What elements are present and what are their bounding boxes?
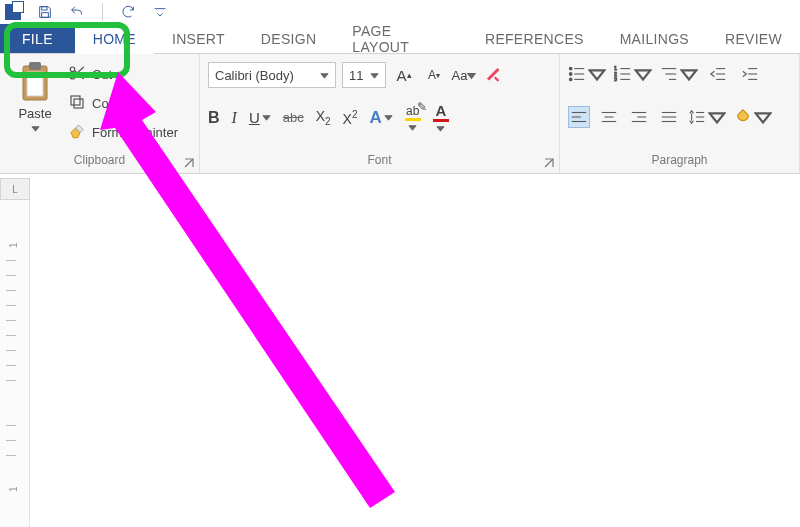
svg-marker-18 — [409, 125, 416, 130]
align-left-button[interactable] — [568, 106, 590, 128]
subscript-button[interactable]: X2 — [316, 108, 331, 127]
copy-icon — [68, 93, 86, 114]
text-effects-button[interactable]: A — [370, 108, 393, 128]
group-font: Calibri (Body) 11 A▴ A▾ Aa B I U abc — [200, 54, 560, 173]
numbering-button[interactable]: 123 — [614, 65, 652, 83]
svg-point-7 — [70, 67, 75, 72]
grow-font-icon[interactable]: A▴ — [392, 63, 416, 87]
decrease-indent-button[interactable] — [706, 62, 730, 86]
paste-label: Paste — [8, 106, 62, 121]
undo-icon[interactable] — [68, 3, 86, 21]
svg-rect-4 — [29, 62, 41, 70]
svg-marker-17 — [385, 116, 392, 121]
font-color-button[interactable]: A — [433, 102, 449, 133]
shrink-font-icon[interactable]: A▾ — [422, 63, 446, 87]
justify-button[interactable] — [658, 106, 680, 128]
tab-insert[interactable]: INSERT — [154, 24, 243, 53]
svg-marker-33 — [636, 70, 650, 79]
group-label-clipboard: Clipboard — [8, 151, 191, 171]
increase-indent-button[interactable] — [738, 62, 762, 86]
svg-rect-11 — [74, 99, 83, 108]
font-size-value: 11 — [349, 68, 363, 83]
clipboard-icon — [18, 62, 52, 102]
svg-marker-16 — [263, 116, 270, 121]
tab-home[interactable]: HOME — [75, 24, 154, 53]
svg-line-9 — [75, 71, 84, 79]
align-right-button[interactable] — [628, 106, 650, 128]
document-page[interactable] — [30, 200, 800, 527]
svg-marker-19 — [437, 127, 444, 132]
shading-button[interactable] — [734, 108, 772, 126]
clipboard-launcher-icon[interactable] — [183, 157, 195, 169]
align-center-button[interactable] — [598, 106, 620, 128]
ribbon-home: Paste Cut Copy Format Painter Clipboard — [0, 54, 800, 174]
scissors-icon — [68, 64, 86, 85]
svg-point-8 — [70, 75, 75, 80]
svg-point-22 — [569, 73, 572, 76]
format-painter-label: Format Painter — [92, 125, 178, 140]
svg-marker-15 — [468, 73, 475, 78]
group-label-paragraph: Paragraph — [568, 151, 791, 171]
ribbon-tabs: FILE HOME INSERT DESIGN PAGE LAYOUT REFE… — [0, 24, 800, 54]
bold-button[interactable]: B — [208, 109, 220, 127]
ruler-corner[interactable]: L — [0, 178, 30, 200]
copy-label: Copy — [92, 96, 122, 111]
svg-marker-26 — [590, 70, 604, 79]
italic-button[interactable]: I — [232, 109, 237, 127]
svg-text:3: 3 — [614, 76, 617, 82]
svg-rect-1 — [42, 13, 49, 18]
group-clipboard: Paste Cut Copy Format Painter Clipboard — [0, 54, 200, 173]
paste-dropdown-icon[interactable] — [31, 124, 40, 133]
paintbrush-icon — [68, 122, 86, 143]
svg-point-20 — [569, 67, 572, 70]
svg-point-24 — [569, 78, 572, 81]
copy-button[interactable]: Copy — [68, 93, 178, 114]
tab-file[interactable]: FILE — [0, 24, 75, 53]
cut-label: Cut — [92, 67, 112, 82]
svg-rect-0 — [42, 7, 47, 10]
tab-mailings[interactable]: MAILINGS — [602, 24, 707, 53]
clear-formatting-icon[interactable] — [482, 63, 506, 87]
svg-marker-60 — [756, 113, 770, 122]
line-spacing-button[interactable] — [688, 108, 726, 126]
tab-references[interactable]: REFERENCES — [467, 24, 602, 53]
tab-design[interactable]: DESIGN — [243, 24, 334, 53]
svg-marker-13 — [321, 73, 328, 78]
svg-marker-14 — [371, 73, 378, 78]
paste-button[interactable]: Paste — [8, 62, 62, 136]
svg-line-10 — [75, 67, 84, 75]
bullets-button[interactable] — [568, 65, 606, 83]
tab-page-layout[interactable]: PAGE LAYOUT — [334, 24, 467, 53]
chevron-down-icon — [320, 68, 329, 83]
font-launcher-icon[interactable] — [543, 157, 555, 169]
svg-rect-5 — [27, 72, 43, 96]
chevron-down-icon — [370, 68, 379, 83]
ruler-mark: 1 — [8, 486, 19, 492]
svg-marker-59 — [710, 113, 724, 122]
save-icon[interactable] — [36, 3, 54, 21]
quick-access-toolbar — [0, 0, 800, 24]
group-label-font: Font — [208, 151, 551, 171]
font-name-select[interactable]: Calibri (Body) — [208, 62, 336, 88]
customize-qat-icon[interactable] — [151, 3, 169, 21]
svg-rect-12 — [71, 96, 80, 105]
superscript-button[interactable]: X2 — [343, 109, 358, 127]
cut-button[interactable]: Cut — [68, 64, 178, 85]
ruler-mark: 1 — [8, 242, 19, 248]
redo-icon[interactable] — [119, 3, 137, 21]
group-paragraph: 123 Paragraph — [560, 54, 800, 173]
svg-marker-37 — [682, 70, 696, 79]
tab-review[interactable]: REVIEW — [707, 24, 800, 53]
highlight-color-button[interactable]: ab✎ — [405, 104, 421, 132]
font-size-select[interactable]: 11 — [342, 62, 386, 88]
qat-separator — [102, 3, 103, 21]
underline-button[interactable]: U — [249, 109, 271, 126]
multilevel-list-button[interactable] — [660, 65, 698, 83]
svg-marker-6 — [31, 127, 38, 132]
strikethrough-button[interactable]: abc — [283, 110, 304, 125]
format-painter-button[interactable]: Format Painter — [68, 122, 178, 143]
font-name-value: Calibri (Body) — [215, 68, 294, 83]
vertical-ruler: 1 1 — [0, 200, 30, 527]
word-app-icon — [4, 3, 22, 21]
change-case-icon[interactable]: Aa — [452, 63, 476, 87]
